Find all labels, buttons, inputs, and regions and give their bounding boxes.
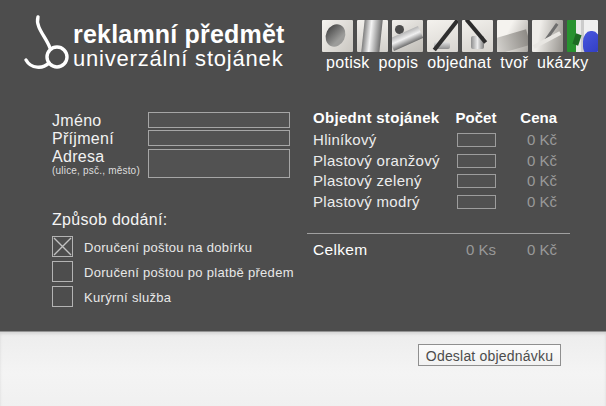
- thumbnail-stand-disc[interactable]: [322, 20, 353, 52]
- price-value-plastic-blue: 0 Kč: [495, 193, 557, 210]
- nav-item-ukazky[interactable]: ukázky: [537, 54, 589, 72]
- delivery-option-label-cod[interactable]: Doručení poštou na dobírku: [84, 240, 252, 255]
- address-input[interactable]: [148, 149, 290, 178]
- product-label-plastic-green: Plastový zelený: [313, 172, 422, 189]
- total-price-value: 0 Kč: [495, 241, 557, 258]
- order-page: reklamní předmět univerzální stojánek po…: [0, 0, 606, 406]
- quantity-input-plastic-orange[interactable]: [457, 154, 496, 168]
- price-value-plastic-green: 0 Kč: [495, 172, 557, 189]
- thumbnail-pen-in-stand[interactable]: [462, 20, 493, 52]
- nav-item-objednat[interactable]: objednat: [427, 54, 491, 72]
- total-quantity-value: 0 Ks: [434, 241, 496, 258]
- thumbnail-stand-cylinder[interactable]: [357, 20, 388, 52]
- address-label: Adresa: [52, 148, 105, 166]
- thumbnail-stand-wedge[interactable]: [497, 20, 528, 52]
- quantity-input-plastic-green[interactable]: [457, 174, 496, 188]
- thumbnail-stand-wedge-2[interactable]: [532, 20, 563, 52]
- thumbnail-colored-stands[interactable]: [567, 20, 598, 52]
- logo-subtitle: univerzální stojánek: [73, 47, 285, 70]
- footer-strip: [0, 331, 606, 406]
- price-value-aluminium: 0 Kč: [495, 131, 557, 148]
- nav-item-potisk[interactable]: potisk: [326, 54, 370, 72]
- order-header-price: Cena: [495, 109, 557, 126]
- submit-order-button[interactable]: Odeslat objednávku: [418, 344, 561, 366]
- quantity-input-aluminium[interactable]: [457, 133, 496, 147]
- delivery-checkbox-cod[interactable]: [52, 236, 73, 257]
- wire-stand-logo-icon: [23, 13, 73, 71]
- product-thumbnail-row: [322, 20, 598, 52]
- total-label: Celkem: [313, 241, 367, 259]
- first-name-input[interactable]: [148, 112, 290, 128]
- address-sublabel: (ulice, psč., město): [52, 165, 140, 176]
- nav-item-popis[interactable]: popis: [379, 54, 419, 72]
- first-name-label: Jméno: [52, 112, 102, 130]
- delivery-option-label-prepaid[interactable]: Doručení poštou po platbě předem: [84, 265, 294, 280]
- delivery-checkbox-prepaid[interactable]: [52, 261, 73, 282]
- nav-item-tvor[interactable]: tvoř: [500, 54, 528, 72]
- last-name-input[interactable]: [148, 130, 290, 146]
- logo-title: reklamní předmět: [73, 21, 285, 47]
- delivery-checkbox-courier[interactable]: [52, 286, 73, 307]
- total-divider: [307, 233, 570, 234]
- product-label-plastic-blue: Plastový modrý: [313, 193, 420, 210]
- last-name-label: Příjmení: [52, 130, 114, 148]
- product-label-aluminium: Hliníkový: [313, 131, 377, 148]
- thumbnail-stand-cylinder-tilted[interactable]: [392, 20, 423, 52]
- price-value-plastic-orange: 0 Kč: [495, 152, 557, 169]
- thumbnail-stand-with-pen[interactable]: [427, 20, 458, 52]
- quantity-input-plastic-blue[interactable]: [457, 195, 496, 209]
- main-nav: potisk popis objednat tvoř ukázky: [326, 54, 589, 72]
- order-header-product: Objednt stojánek: [313, 109, 439, 126]
- delivery-option-label-courier[interactable]: Kurýrní služba: [84, 290, 171, 305]
- product-label-plastic-orange: Plastový oranžový: [313, 152, 440, 169]
- delivery-section-title: Způsob dodání:: [52, 211, 167, 229]
- x-mark-icon: [52, 236, 73, 257]
- logo-text: reklamní předmět univerzální stojánek: [73, 21, 285, 70]
